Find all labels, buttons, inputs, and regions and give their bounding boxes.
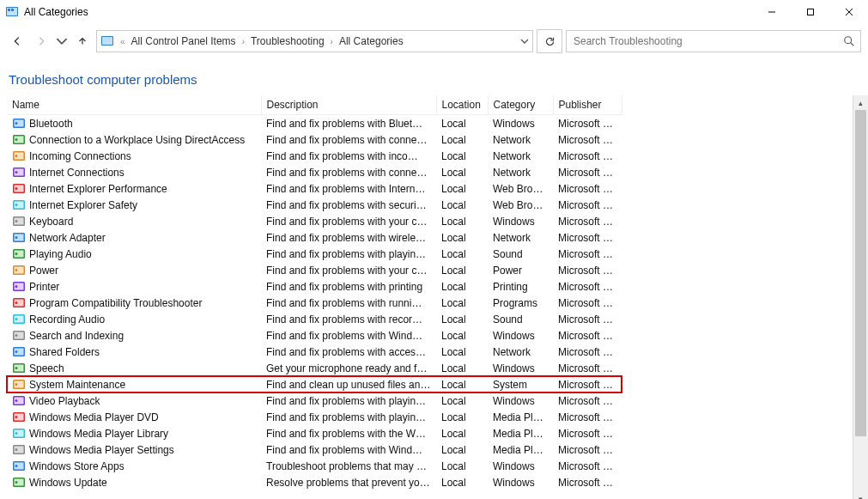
refresh-button[interactable]	[537, 29, 562, 53]
row-name-cell[interactable]: Power	[7, 262, 261, 278]
column-header-publisher[interactable]: Publisher	[553, 95, 622, 115]
table-row[interactable]: SpeechGet your microphone ready and f…Lo…	[7, 360, 622, 376]
up-button[interactable]	[72, 31, 93, 52]
row-description: Find and fix problems with securi…	[261, 197, 436, 213]
row-name-cell[interactable]: Playing Audio	[7, 246, 261, 262]
table-row[interactable]: Incoming ConnectionsFind and fix problem…	[7, 148, 622, 164]
table-row[interactable]: Program Compatibility TroubleshooterFind…	[7, 295, 622, 311]
table-row[interactable]: PowerFind and fix problems with your c…L…	[7, 262, 622, 278]
row-category: Printing	[488, 278, 553, 295]
troubleshooter-icon	[12, 427, 26, 441]
row-name-cell[interactable]: Windows Media Player Library	[7, 425, 261, 441]
row-category: Windows	[488, 360, 553, 376]
table-row[interactable]: Video PlaybackFind and fix problems with…	[7, 393, 622, 409]
row-name-cell[interactable]: Network Adapter	[7, 229, 261, 246]
column-header-name[interactable]: Name	[7, 95, 261, 115]
breadcrumb-item[interactable]: Troubleshooting	[249, 35, 326, 47]
troubleshooter-icon	[12, 198, 26, 212]
row-name-cell[interactable]: Internet Connections	[7, 164, 261, 180]
row-category: Windows	[488, 474, 553, 490]
row-name-cell[interactable]: Windows Media Player DVD	[7, 409, 261, 425]
row-description: Find and fix problems with recor…	[261, 311, 436, 327]
address-bar[interactable]: « All Control Panel Items › Troubleshoot…	[96, 30, 533, 52]
search-box[interactable]	[566, 30, 861, 52]
row-category: Web Brow…	[488, 197, 553, 213]
vertical-scrollbar[interactable]: ▴ ▾	[853, 95, 868, 499]
row-description: Resolve problems that prevent yo…	[261, 474, 436, 490]
row-name-label: System Maintenance	[29, 379, 125, 391]
table-row[interactable]: Network AdapterFind and fix problems wit…	[7, 229, 622, 246]
column-header-category[interactable]: Category	[488, 95, 553, 115]
column-header-location[interactable]: Location	[436, 95, 488, 115]
row-name-cell[interactable]: Internet Explorer Performance	[7, 180, 261, 197]
row-name-cell[interactable]: Speech	[7, 360, 261, 376]
troubleshooter-list: Name Description Location Category Publi…	[0, 95, 853, 499]
table-row[interactable]: Connection to a Workplace Using DirectAc…	[7, 131, 622, 148]
row-publisher: Microsoft …	[553, 278, 622, 295]
table-row[interactable]: Search and IndexingFind and fix problems…	[7, 327, 622, 344]
chevron-down-icon[interactable]	[520, 37, 529, 46]
svg-point-65	[15, 399, 18, 402]
back-button[interactable]	[7, 31, 27, 52]
table-row[interactable]: Windows Media Player LibraryFind and fix…	[7, 425, 622, 441]
scrollbar-thumb[interactable]	[855, 110, 866, 436]
table-row[interactable]: KeyboardFind and fix problems with your …	[7, 213, 622, 229]
chevron-right-icon[interactable]: ›	[240, 37, 247, 46]
table-row[interactable]: Recording AudioFind and fix problems wit…	[7, 311, 622, 327]
scroll-down-icon[interactable]: ▾	[853, 491, 868, 499]
table-row[interactable]: Internet Explorer PerformanceFind and fi…	[7, 180, 622, 197]
table-row[interactable]: Windows UpdateResolve problems that prev…	[7, 474, 622, 490]
row-name-cell[interactable]: Search and Indexing	[7, 327, 261, 344]
table-row[interactable]: System MaintenanceFind and clean up unus…	[7, 376, 622, 393]
close-button[interactable]	[829, 0, 868, 24]
row-name-cell[interactable]: Shared Folders	[7, 344, 261, 360]
row-category: Web Brow…	[488, 180, 553, 197]
row-name-cell[interactable]: Windows Media Player Settings	[7, 441, 261, 458]
row-name-cell[interactable]: Keyboard	[7, 213, 261, 229]
table-row[interactable]: Windows Store AppsTroubleshoot problems …	[7, 458, 622, 474]
table-row[interactable]: Playing AudioFind and fix problems with …	[7, 246, 622, 262]
row-name-cell[interactable]: Windows Store Apps	[7, 458, 261, 474]
scroll-up-icon[interactable]: ▴	[853, 95, 868, 110]
row-name-cell[interactable]: Connection to a Workplace Using DirectAc…	[7, 131, 261, 148]
table-row[interactable]: PrinterFind and fix problems with printi…	[7, 278, 622, 295]
row-publisher: Microsoft …	[553, 393, 622, 409]
row-name-cell[interactable]: Incoming Connections	[7, 148, 261, 164]
breadcrumb-item[interactable]: All Categories	[337, 35, 405, 47]
row-name-cell[interactable]: Recording Audio	[7, 311, 261, 327]
row-name-cell[interactable]: Printer	[7, 278, 261, 295]
row-description: Find and fix problems with conne…	[261, 164, 436, 180]
row-name-cell[interactable]: Video Playback	[7, 393, 261, 409]
breadcrumb-sep: «	[118, 37, 128, 46]
svg-point-32	[15, 220, 18, 222]
search-input[interactable]	[572, 34, 843, 48]
breadcrumb-item[interactable]: All Control Panel Items	[130, 35, 238, 47]
row-name-cell[interactable]: Internet Explorer Safety	[7, 197, 261, 213]
svg-point-23	[15, 171, 18, 173]
table-row[interactable]: Internet Explorer SafetyFind and fix pro…	[7, 197, 622, 213]
maximize-button[interactable]	[791, 0, 829, 24]
row-name-cell[interactable]: System Maintenance	[7, 376, 261, 393]
forward-button[interactable]	[31, 31, 52, 52]
table-row[interactable]: BluetoothFind and fix problems with Blue…	[7, 115, 622, 132]
row-name-cell[interactable]: Windows Update	[7, 474, 261, 490]
table-row[interactable]: Windows Media Player SettingsFind and fi…	[7, 441, 622, 458]
svg-rect-2	[8, 9, 10, 11]
chevron-right-icon[interactable]: ›	[328, 37, 336, 46]
row-name-cell[interactable]: Program Compatibility Troubleshooter	[7, 295, 261, 311]
row-name-label: Video Playback	[29, 395, 100, 407]
row-location: Local	[436, 262, 488, 278]
table-row[interactable]: Windows Media Player DVDFind and fix pro…	[7, 409, 622, 425]
recent-locations-dropdown[interactable]	[55, 31, 69, 52]
troubleshooter-icon	[12, 166, 26, 180]
row-name-cell[interactable]: Bluetooth	[7, 115, 261, 131]
table-row[interactable]: Shared FoldersFind and fix problems with…	[7, 344, 622, 360]
column-header-description[interactable]: Description	[261, 95, 436, 115]
table-row[interactable]: Internet ConnectionsFind and fix problem…	[7, 164, 622, 180]
row-location: Local	[436, 393, 488, 409]
row-description: Find and fix problems with acces…	[261, 344, 436, 360]
minimize-button[interactable]	[752, 0, 791, 24]
search-icon[interactable]	[843, 35, 855, 47]
troubleshooter-icon	[12, 362, 26, 375]
troubleshooter-icon	[12, 280, 26, 294]
